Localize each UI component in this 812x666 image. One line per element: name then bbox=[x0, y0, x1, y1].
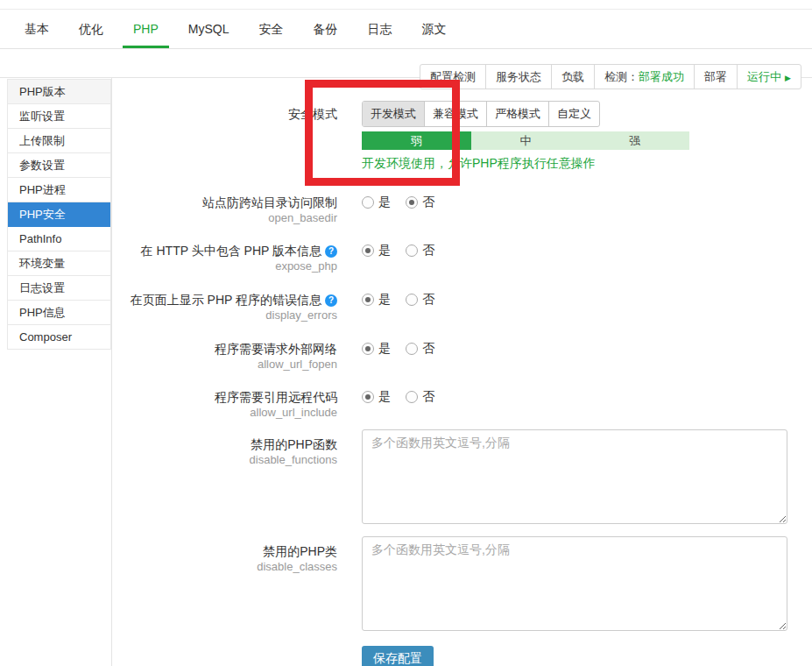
allow-url-include-title: 程序需要引用远程代码 bbox=[0, 389, 337, 405]
allow-url-fopen-yes-radio[interactable] bbox=[362, 343, 374, 355]
disable-classes-title: 禁用的PHP类 bbox=[0, 543, 337, 559]
mode-compat-button[interactable]: 兼容模式 bbox=[424, 102, 486, 126]
mode-tip-text: 开发环境使用，允许PHP程序执行任意操作 bbox=[362, 156, 596, 170]
running-status-button[interactable]: 运行中▶ bbox=[737, 65, 801, 89]
help-icon[interactable]: ? bbox=[325, 294, 337, 307]
allow-url-fopen-no-label[interactable]: 否 bbox=[422, 341, 434, 357]
expose-php-title-text: 在 HTTP 头中包含 PHP 版本信息 bbox=[141, 244, 321, 258]
tab-basic[interactable]: 基本 bbox=[14, 10, 60, 48]
display-errors-yes-label[interactable]: 是 bbox=[378, 292, 391, 308]
expose-php-yes-label[interactable]: 是 bbox=[378, 243, 391, 259]
open-basedir-no-label[interactable]: 否 bbox=[422, 195, 434, 210]
disable-functions-textarea[interactable] bbox=[362, 429, 787, 524]
display-errors-yes-radio[interactable] bbox=[362, 294, 374, 306]
mode-custom-button[interactable]: 自定义 bbox=[548, 102, 599, 126]
tab-source[interactable]: 源文 bbox=[411, 10, 456, 48]
load-button[interactable]: 负载 bbox=[551, 65, 594, 89]
expose-php-yes-radio[interactable] bbox=[362, 244, 374, 257]
deploy-check-prefix: 检测： bbox=[604, 70, 639, 83]
tab-security[interactable]: 安全 bbox=[248, 10, 293, 48]
tab-mysql[interactable]: MySQL bbox=[178, 10, 240, 48]
config-check-button[interactable]: 配置检测 bbox=[420, 65, 485, 89]
strength-weak: 弱 bbox=[362, 131, 471, 150]
allow-url-fopen-no-radio[interactable] bbox=[406, 343, 418, 355]
expose-php-radios: 是 否 bbox=[362, 243, 434, 259]
deploy-check-button[interactable]: 检测：部署成功 bbox=[594, 65, 694, 89]
sidebar-item-php-process[interactable]: PHP进程 bbox=[8, 178, 110, 202]
expose-php-no-radio[interactable] bbox=[406, 244, 418, 257]
service-status-button[interactable]: 服务状态 bbox=[485, 65, 551, 89]
sidebar-item-composer[interactable]: Composer bbox=[8, 325, 110, 350]
allow-url-include-yes-label[interactable]: 是 bbox=[378, 389, 391, 405]
allow-url-include-radios: 是 否 bbox=[362, 389, 434, 405]
allow-url-include-key: allow_url_include bbox=[0, 405, 337, 421]
sidebar-item-php-version[interactable]: PHP版本 bbox=[8, 80, 110, 104]
disable-classes-label: 禁用的PHP类 disable_classes bbox=[0, 543, 337, 575]
display-errors-title-text: 在页面上显示 PHP 程序的错误信息 bbox=[131, 293, 321, 307]
disable-classes-key: disable_classes bbox=[0, 559, 337, 575]
tab-backup[interactable]: 备份 bbox=[302, 10, 348, 48]
sidebar-item-log-settings[interactable]: 日志设置 bbox=[8, 276, 110, 301]
content-area: 配置检测 服务状态 负载 检测：部署成功 部署 运行中▶ PHP版本 监听设置 … bbox=[0, 49, 812, 666]
php-settings-page: 基本 优化 PHP MySQL 安全 备份 日志 源文 配置检测 服务状态 负载… bbox=[0, 0, 812, 666]
play-arrow-icon: ▶ bbox=[785, 74, 791, 82]
php-settings-sidebar: PHP版本 监听设置 上传限制 参数设置 PHP进程 PHP安全 PathInf… bbox=[7, 79, 111, 350]
allow-url-include-label: 程序需要引用远程代码 allow_url_include bbox=[0, 389, 337, 421]
status-toolbar: 配置检测 服务状态 负载 检测：部署成功 部署 运行中▶ bbox=[420, 64, 801, 89]
allow-url-fopen-key: allow_url_fopen bbox=[0, 357, 337, 372]
open-basedir-yes-radio[interactable] bbox=[362, 196, 374, 209]
sidebar-item-listen-settings[interactable]: 监听设置 bbox=[8, 104, 110, 129]
strength-strong: 强 bbox=[580, 131, 689, 150]
allow-url-include-yes-radio[interactable] bbox=[362, 391, 374, 403]
sidebar-item-php-security[interactable]: PHP安全 bbox=[8, 202, 110, 227]
deploy-check-status: 部署成功 bbox=[639, 70, 684, 83]
sidebar-item-param-settings[interactable]: 参数设置 bbox=[8, 153, 110, 178]
tab-php[interactable]: PHP bbox=[123, 10, 169, 48]
display-errors-no-radio[interactable] bbox=[406, 294, 418, 306]
help-icon[interactable]: ? bbox=[325, 245, 337, 258]
display-errors-radios: 是 否 bbox=[362, 292, 434, 308]
display-errors-no-label[interactable]: 否 bbox=[422, 292, 434, 308]
allow-url-fopen-radios: 是 否 bbox=[362, 341, 434, 357]
sidebar-item-pathinfo[interactable]: PathInfo bbox=[8, 227, 110, 252]
open-basedir-yes-label[interactable]: 是 bbox=[378, 195, 391, 210]
strength-medium: 中 bbox=[471, 131, 581, 150]
mode-dev-button[interactable]: 开发模式 bbox=[363, 102, 424, 126]
security-mode-group: 开发模式 兼容模式 严格模式 自定义 bbox=[362, 101, 600, 127]
tab-logs[interactable]: 日志 bbox=[357, 10, 402, 48]
open-basedir-radios: 是 否 bbox=[362, 195, 434, 210]
tab-optimize[interactable]: 优化 bbox=[68, 10, 114, 48]
deploy-button[interactable]: 部署 bbox=[694, 65, 737, 89]
security-strength-meter: 弱 中 强 bbox=[362, 131, 689, 150]
save-config-button[interactable]: 保存配置 bbox=[362, 646, 434, 666]
allow-url-include-no-radio[interactable] bbox=[406, 391, 418, 403]
disable-functions-title: 禁用的PHP函数 bbox=[0, 436, 337, 452]
top-tab-bar: 基本 优化 PHP MySQL 安全 备份 日志 源文 bbox=[0, 10, 812, 49]
disable-functions-key: disable_functions bbox=[0, 452, 337, 468]
allow-url-include-no-label[interactable]: 否 bbox=[422, 389, 434, 405]
sidebar-item-upload-limit[interactable]: 上传限制 bbox=[8, 129, 110, 153]
mode-strict-button[interactable]: 严格模式 bbox=[486, 102, 548, 126]
sidebar-item-php-info[interactable]: PHP信息 bbox=[8, 301, 110, 325]
sidebar-item-env-vars[interactable]: 环境变量 bbox=[8, 252, 110, 276]
allow-url-fopen-yes-label[interactable]: 是 bbox=[378, 341, 391, 357]
open-basedir-no-radio[interactable] bbox=[406, 196, 418, 209]
expose-php-no-label[interactable]: 否 bbox=[422, 243, 434, 259]
disable-functions-label: 禁用的PHP函数 disable_functions bbox=[0, 436, 337, 468]
running-label: 运行中 bbox=[747, 70, 781, 83]
disable-classes-textarea[interactable] bbox=[362, 536, 787, 631]
